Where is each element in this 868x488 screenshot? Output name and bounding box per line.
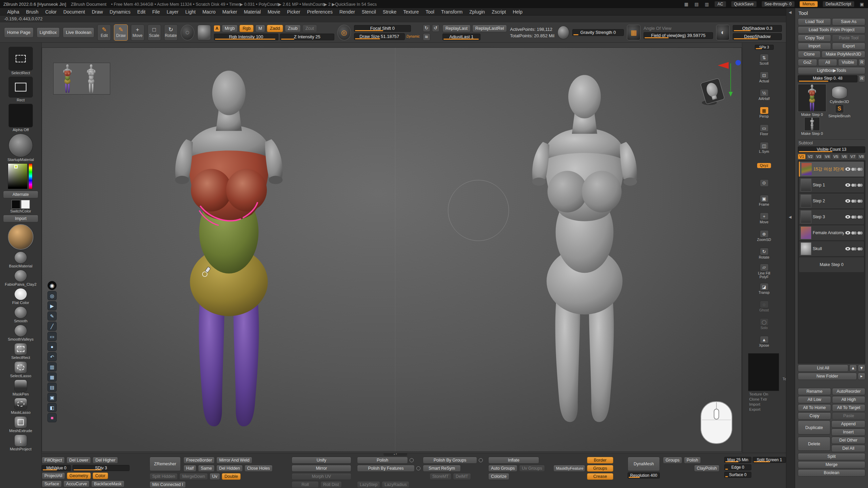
- lightbox-tools-button[interactable]: Lightbox▶Tools: [798, 67, 865, 74]
- dynamesh-polish-button[interactable]: Polish: [684, 457, 701, 464]
- zremesher-button[interactable]: ZRemesher: [150, 457, 181, 471]
- eye-icon[interactable]: [845, 167, 850, 171]
- tray-item[interactable]: Smooth: [14, 306, 27, 323]
- alpha-thumbnail[interactable]: [8, 104, 33, 127]
- dynamesh-button[interactable]: DynaMesh: [628, 457, 660, 471]
- eye-icon[interactable]: [845, 199, 850, 203]
- polypaint-toggle-icon[interactable]: [851, 200, 856, 203]
- move-mode-button[interactable]: +Move: [131, 24, 144, 41]
- zsub-button[interactable]: Zsub: [285, 25, 301, 32]
- focal-shift-slider[interactable]: Focal Shift 0: [354, 25, 411, 32]
- float-tool-button[interactable]: ▤: [47, 383, 57, 392]
- material-sphere-thumbnail[interactable]: [8, 134, 33, 157]
- gravity-strength-slider[interactable]: Gravity Strength 0: [572, 29, 624, 36]
- polypaint-toggle-icon[interactable]: [851, 247, 856, 250]
- current-material[interactable]: StartupMaterial: [7, 134, 34, 162]
- polish-by-groups-button[interactable]: Polish By Groups: [423, 457, 477, 464]
- visible-count-slider[interactable]: Visible Count 13: [798, 146, 865, 153]
- del-lower-button[interactable]: Del Lower: [66, 457, 91, 464]
- claypolish-button[interactable]: ClayPolish: [694, 465, 719, 472]
- eye-icon[interactable]: [845, 183, 850, 187]
- view-button[interactable]: ▣ Frame: [754, 192, 774, 209]
- menu-item[interactable]: Draw: [89, 9, 106, 15]
- uv-groups-button[interactable]: Uv Groups: [519, 465, 545, 472]
- autoreorder-button[interactable]: AutoReorder: [832, 388, 865, 395]
- tray-item[interactable]: MeshProject: [10, 434, 32, 451]
- clone-button[interactable]: Clone: [798, 51, 821, 58]
- same-button[interactable]: Same: [198, 465, 215, 472]
- list-all-button[interactable]: List All: [798, 365, 848, 372]
- subtool-up-icon[interactable]: ▲: [849, 365, 857, 372]
- mrgb-button[interactable]: Mrgb: [222, 25, 238, 32]
- make-step-r-button[interactable]: R: [859, 75, 865, 82]
- current-stroke[interactable]: Rect: [8, 77, 33, 102]
- max-min-slider[interactable]: Max 25 Min: [724, 457, 751, 463]
- folder-options-icon[interactable]: ▸: [858, 373, 865, 380]
- half-button[interactable]: Half: [183, 465, 196, 472]
- polish-toggle-icon[interactable]: [410, 458, 414, 462]
- tool-import-button[interactable]: Import: [798, 43, 831, 50]
- view-button[interactable]: ▲ Xpose: [754, 333, 774, 350]
- goz-button[interactable]: GoZ: [798, 59, 817, 66]
- border-button[interactable]: Border: [587, 457, 613, 464]
- del-higher-button[interactable]: Del Higher: [93, 457, 118, 464]
- delete-button[interactable]: Delete: [798, 437, 830, 451]
- subtool-version-tab[interactable]: V5: [832, 154, 840, 159]
- document-thumbnails[interactable]: [53, 63, 110, 95]
- document-canvas[interactable]: ◉◎▶✎╱▭●↶▥▦▤▣◧■: [42, 47, 742, 452]
- subtool-item[interactable]: Step 1: [799, 177, 864, 193]
- current-brush[interactable]: SelectRect: [8, 47, 33, 75]
- duplicate-button[interactable]: Duplicate: [798, 421, 830, 434]
- make-step-slider[interactable]: Make Step 0. 48: [798, 75, 857, 82]
- lazystep-button[interactable]: LazyStep: [357, 481, 380, 488]
- recent-tool-thumbnail[interactable]: 7: [804, 117, 820, 131]
- auto-groups-button[interactable]: Auto Groups: [488, 465, 517, 472]
- tool-export-button[interactable]: Export: [832, 43, 865, 50]
- polypaint-toggle-icon[interactable]: [851, 168, 856, 171]
- thumbnail-colored-model[interactable]: [57, 64, 78, 93]
- color-selector[interactable]: [14, 165, 18, 168]
- all-to-target-button[interactable]: All To Target: [832, 404, 865, 411]
- resolution-slider[interactable]: Resolution 400: [628, 472, 660, 479]
- subtool-item[interactable]: Step 2: [799, 193, 864, 209]
- m-button[interactable]: M: [255, 25, 265, 32]
- project-all-button[interactable]: ProjectAll: [42, 472, 65, 479]
- del-other-button[interactable]: Del Other: [831, 437, 865, 444]
- subtool-item[interactable]: Skull: [799, 241, 864, 257]
- float-tool-button[interactable]: ◉: [47, 281, 57, 290]
- paste-tool-button[interactable]: Paste Tool: [832, 35, 865, 42]
- color-button[interactable]: Color: [93, 472, 108, 479]
- roll-button[interactable]: Roll: [292, 481, 319, 488]
- ac-button[interactable]: AC: [714, 1, 726, 7]
- tray-item[interactable]: MaskPen: [13, 380, 29, 396]
- scale-mode-button[interactable]: □Scale: [147, 24, 161, 41]
- float-tool-button[interactable]: ╱: [47, 322, 57, 331]
- menu-item[interactable]: Marker: [219, 9, 240, 15]
- float-tool-button[interactable]: ▦: [47, 372, 57, 382]
- float-tool-button[interactable]: ↶: [47, 352, 57, 361]
- tray-item[interactable]: MaskLasso: [11, 398, 31, 414]
- menu-item[interactable]: Macro: [199, 9, 219, 15]
- zadd-button[interactable]: Zadd: [267, 25, 283, 32]
- layout-grid-icon[interactable]: ▦: [684, 2, 689, 7]
- menu-item[interactable]: Document: [60, 9, 88, 15]
- view-button[interactable]: ⊡ Actual: [754, 68, 774, 86]
- menu-item[interactable]: Tool: [422, 9, 437, 15]
- replay-last-button[interactable]: ReplayLast: [442, 25, 471, 32]
- uv-button[interactable]: Uv: [210, 473, 220, 480]
- roll-dist-button[interactable]: Roll Dist: [320, 481, 342, 488]
- goz-visible-button[interactable]: Visible: [838, 59, 857, 66]
- float-tool-button[interactable]: ✎: [47, 311, 57, 321]
- menu-item[interactable]: Transform: [438, 9, 466, 15]
- switch-color[interactable]: SwitchColor: [10, 200, 31, 213]
- load-tool-button[interactable]: Load Tool: [798, 18, 831, 25]
- current-alpha[interactable]: Alpha Off: [8, 104, 33, 132]
- polypaint-toggle-icon[interactable]: [851, 216, 856, 219]
- focal-shift-icon[interactable]: ◎: [337, 25, 351, 40]
- subtool-thumbnail[interactable]: [801, 179, 811, 191]
- zcut-button[interactable]: Zcut: [302, 25, 317, 32]
- tray-item[interactable]: SelectRect: [11, 343, 30, 360]
- menus-button[interactable]: Menus: [800, 1, 818, 7]
- menu-item[interactable]: Movie: [264, 9, 283, 15]
- paste-subtool-button[interactable]: Paste: [832, 412, 865, 420]
